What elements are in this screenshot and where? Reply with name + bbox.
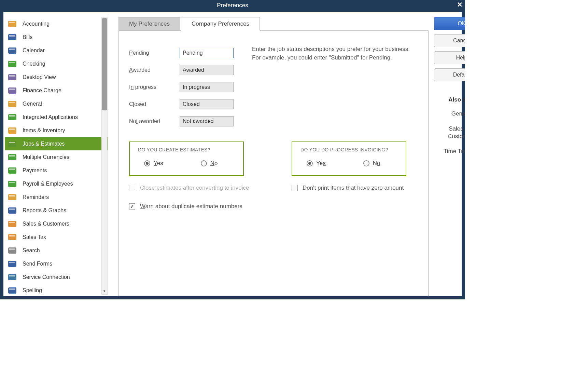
svg-rect-36 <box>8 261 16 267</box>
sidebar-item-label: Items & Inventory <box>23 127 65 134</box>
accounting-icon <box>8 19 18 29</box>
svg-rect-30 <box>8 221 16 227</box>
sidebar-item-label: General <box>23 101 42 107</box>
sidebar-item-label: Sales & Customers <box>23 221 69 227</box>
label-closed: Closed <box>129 96 169 113</box>
ok-button[interactable]: OK <box>434 17 465 30</box>
sidebar-item-sales-customers[interactable]: Sales & Customers <box>5 217 108 230</box>
tab-body: Pending Awarded In progress Closed Not a… <box>118 30 429 296</box>
svg-rect-16 <box>8 127 16 134</box>
scrollbar-thumb[interactable] <box>102 18 107 110</box>
svg-rect-35 <box>9 248 15 250</box>
sidebar-item-desktop-view[interactable]: Desktop View <box>5 70 108 84</box>
also-see: Also See: General Sales and Customers Ti… <box>434 96 465 163</box>
sidebar-item-checking[interactable]: Checking <box>5 57 108 70</box>
sidebar-item-label: Payroll & Employees <box>23 181 73 187</box>
sidebar-item-spelling[interactable]: Spelling <box>5 284 108 295</box>
svg-rect-1 <box>9 22 15 23</box>
reports-graphs-icon <box>8 205 18 216</box>
label-in-progress: In progress <box>129 79 169 96</box>
sidebar-item-label: Bills <box>23 34 32 40</box>
payroll-icon <box>8 179 18 189</box>
svg-rect-7 <box>9 62 15 63</box>
integrated-apps-icon <box>8 112 18 122</box>
scroll-down-icon[interactable]: ▾ <box>102 289 107 294</box>
sidebar-item-accounting[interactable]: Accounting <box>5 17 108 30</box>
spelling-icon <box>8 285 18 295</box>
label-not-awarded: Not awarded <box>129 113 169 130</box>
svg-rect-29 <box>9 208 15 210</box>
check-warn-duplicate[interactable]: Warn about duplicate estimate numbers <box>129 202 252 211</box>
sidebar-item-send-forms[interactable]: Send Forms <box>5 257 108 270</box>
svg-rect-38 <box>8 274 16 280</box>
tab-my-preferences[interactable]: My Preferences <box>118 17 180 31</box>
input-awarded[interactable] <box>180 65 234 75</box>
svg-rect-34 <box>8 247 16 254</box>
svg-rect-31 <box>9 222 15 223</box>
sidebar-item-integrated-apps[interactable]: Integrated Applications <box>5 110 108 124</box>
sidebar-item-label: Service Connection <box>23 274 70 280</box>
radio-estimates-no[interactable]: No <box>201 160 218 167</box>
sidebar-item-calendar[interactable]: Calendar <box>5 44 108 57</box>
sidebar-item-jobs-estimates[interactable]: Jobs & Estimates <box>5 137 108 150</box>
sidebar-item-label: Desktop View <box>23 74 56 80</box>
also-see-sales-customers[interactable]: Sales and Customers <box>434 125 465 140</box>
svg-rect-15 <box>9 115 15 117</box>
sidebar-item-reports-graphs[interactable]: Reports & Graphs <box>5 204 108 217</box>
check-dont-print-zero[interactable]: Don't print items that have zero amount <box>292 184 415 192</box>
svg-rect-33 <box>9 235 15 237</box>
service-connection-icon <box>8 272 18 282</box>
sidebar-item-label: Finance Charge <box>23 87 61 94</box>
tabs-row: My Preferences Company Preferences <box>118 17 429 31</box>
input-not-awarded[interactable] <box>180 116 234 126</box>
sidebar-item-search[interactable]: Search <box>5 244 108 257</box>
sidebar-item-finance-charge[interactable]: Finance Charge <box>5 84 108 97</box>
sidebar-item-items-inventory[interactable]: Items & Inventory <box>5 124 108 137</box>
svg-rect-23 <box>9 168 15 170</box>
radio-progress-no[interactable]: No <box>363 160 380 167</box>
sidebar-item-reminders[interactable]: Reminders <box>5 190 108 204</box>
sidebar-item-service-connection[interactable]: Service Connection <box>5 270 108 284</box>
multiple-currencies-icon <box>8 152 18 162</box>
sidebar-item-payments[interactable]: Payments <box>5 164 108 177</box>
also-see-time-tracking[interactable]: Time Tracking <box>434 148 465 155</box>
sidebar-item-multiple-currencies[interactable]: Multiple Currencies <box>5 150 108 164</box>
label-pending: Pending <box>129 44 169 62</box>
input-pending[interactable] <box>180 48 234 58</box>
svg-rect-3 <box>9 35 15 37</box>
input-closed[interactable] <box>180 99 234 109</box>
radio-icon <box>307 160 313 166</box>
input-in-progress[interactable] <box>180 82 234 92</box>
cancel-button[interactable]: Cancel <box>434 34 465 47</box>
svg-rect-0 <box>8 21 16 27</box>
sidebar-item-general[interactable]: General <box>5 97 108 110</box>
radio-estimates-yes[interactable]: Yes <box>144 160 163 167</box>
also-see-general[interactable]: General <box>434 110 465 118</box>
items-inventory-icon <box>8 125 18 136</box>
radio-progress-yes[interactable]: Yes <box>307 160 326 167</box>
radio-icon <box>363 160 369 166</box>
sidebar-item-label: Payments <box>23 167 47 174</box>
svg-rect-41 <box>9 288 15 290</box>
sidebar-item-label: Calendar <box>23 48 45 54</box>
close-icon[interactable]: × <box>457 0 462 9</box>
sidebar-item-label: Reports & Graphs <box>23 207 66 214</box>
help-button[interactable]: Help <box>434 51 465 64</box>
sidebar-item-bills[interactable]: Bills <box>5 30 108 44</box>
bills-icon <box>8 32 18 42</box>
tab-company-preferences[interactable]: Company Preferences <box>181 17 260 31</box>
default-button[interactable]: Default <box>434 68 465 81</box>
sidebar-item-label: Spelling <box>23 287 42 294</box>
also-see-title: Also See: <box>434 96 465 103</box>
svg-rect-10 <box>8 87 16 94</box>
svg-rect-4 <box>8 48 16 54</box>
checkbox-icon <box>129 203 135 210</box>
svg-rect-24 <box>8 181 16 187</box>
sidebar-item-payroll[interactable]: Payroll & Employees <box>5 177 108 190</box>
sidebar-item-label: Send Forms <box>23 261 52 267</box>
svg-rect-6 <box>8 61 16 67</box>
sidebar-item-sales-tax[interactable]: Sales Tax <box>5 230 108 244</box>
status-instruction: Enter the job status descriptions you pr… <box>245 44 415 130</box>
sidebar-scrollbar[interactable]: ▴ ▾ <box>101 17 108 295</box>
jobs-estimates-icon <box>8 139 18 149</box>
